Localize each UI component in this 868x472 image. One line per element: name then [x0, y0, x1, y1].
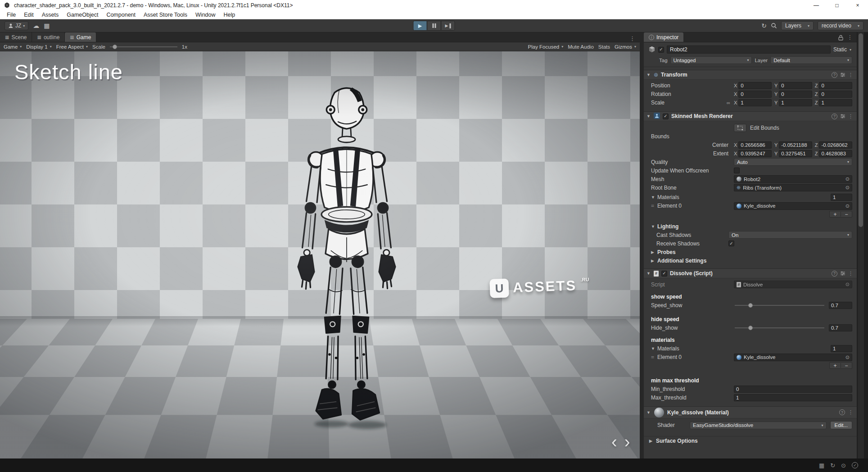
drag-handle-icon[interactable]: =	[651, 203, 657, 209]
rotation-z-field[interactable]: 0	[819, 91, 852, 98]
step-button[interactable]: ▶	[441, 21, 455, 31]
next-arrow-button[interactable]: ›	[624, 433, 630, 450]
extent-z-field[interactable]: 0.4628083	[819, 150, 852, 157]
object-picker-icon[interactable]: ⊙	[845, 176, 850, 182]
help-icon[interactable]: ?	[839, 409, 845, 415]
rotation-y-field[interactable]: 0	[779, 91, 812, 98]
object-picker-icon[interactable]: ⊙	[845, 185, 850, 191]
maximize-button[interactable]: □	[827, 0, 847, 10]
lock-icon[interactable]	[838, 35, 843, 41]
static-dropdown[interactable]: Static	[833, 46, 852, 53]
pause-button[interactable]	[427, 21, 441, 31]
scrollbar-thumb[interactable]	[859, 33, 863, 227]
quality-dropdown[interactable]: Auto	[734, 158, 852, 166]
update-offscreen-checkbox[interactable]	[734, 168, 740, 173]
slider-thumb[interactable]	[748, 326, 753, 330]
foldout-icon[interactable]	[646, 114, 651, 118]
preset-icon[interactable]	[840, 114, 845, 118]
preset-icon[interactable]	[840, 271, 845, 276]
rotation-x-field[interactable]: 0	[738, 91, 772, 98]
foldout-icon[interactable]	[646, 73, 651, 77]
slider-thumb[interactable]	[748, 303, 753, 308]
kebab-icon[interactable]: ⋮	[848, 72, 853, 78]
position-y-field[interactable]: 0	[779, 82, 812, 89]
menu-window[interactable]: Window	[191, 10, 219, 19]
services-grid-icon[interactable]: ▦	[44, 22, 50, 29]
object-picker-icon[interactable]: ⊙	[845, 354, 850, 360]
close-button[interactable]: ×	[847, 0, 868, 10]
scale-slider-thumb[interactable]	[113, 45, 117, 49]
remove-element-button[interactable]: −	[841, 212, 852, 217]
pane-menu-icon[interactable]: ⋮	[625, 35, 640, 42]
object-picker-icon[interactable]: ⊙	[845, 281, 850, 287]
menu-asset-store-tools[interactable]: Asset Store Tools	[140, 10, 191, 19]
cloud-icon[interactable]: ☁	[33, 22, 39, 29]
tab-game[interactable]: ▦Game	[65, 32, 96, 42]
game-render-surface[interactable]: Sketch line U ASSETS .RU ‹ ›	[0, 51, 640, 458]
transform-header[interactable]: ⊕ Transform ? ⋮	[644, 70, 857, 80]
search-icon[interactable]	[771, 23, 777, 29]
extent-y-field[interactable]: 0.3275451	[779, 150, 812, 157]
inspector-scrollbar[interactable]	[858, 32, 864, 458]
tab-outline[interactable]: ▦outline	[32, 32, 65, 42]
help-icon[interactable]: ?	[832, 113, 837, 119]
skinned-mesh-renderer-header[interactable]: Skinned Mesh Renderer ? ⋮	[644, 111, 857, 121]
material-header[interactable]: Kyle_dissolve (Material) ? ⋮	[644, 406, 857, 418]
center-z-field[interactable]: -0.0268062	[819, 141, 852, 149]
menu-edit[interactable]: Edit	[20, 10, 38, 19]
aspect-dropdown[interactable]: Free Aspect	[56, 44, 88, 50]
component-enabled-checkbox[interactable]	[663, 113, 669, 119]
extent-x-field[interactable]: 0.9395247	[738, 150, 772, 157]
cast-shadows-dropdown[interactable]: On	[728, 231, 852, 239]
kebab-icon[interactable]: ⋮	[848, 113, 853, 119]
play-focused-dropdown[interactable]: Play Focused	[528, 44, 564, 50]
gizmos-dropdown[interactable]: Gizmos	[615, 44, 636, 50]
mesh-object-field[interactable]: Robot2 ⊙	[734, 175, 852, 183]
dissolve-script-header[interactable]: # Dissolve (Script) ? ⋮	[644, 268, 857, 278]
kebab-icon[interactable]: ⋮	[848, 409, 853, 415]
link-scale-icon[interactable]: ∞	[727, 100, 734, 105]
prev-arrow-button[interactable]: ‹	[611, 433, 617, 450]
help-icon[interactable]: ?	[832, 271, 837, 277]
layers-dropdown[interactable]: Layers	[781, 21, 814, 30]
shader-edit-button[interactable]: Edit...	[830, 421, 852, 429]
services-icon[interactable]: ▦	[819, 462, 824, 469]
additional-settings-foldout[interactable]: Additional Settings	[644, 256, 857, 265]
minimize-button[interactable]: —	[806, 0, 827, 10]
menu-assets[interactable]: Assets	[38, 10, 63, 19]
materials-size-field[interactable]: 1	[831, 194, 852, 201]
history-icon[interactable]: ↻	[761, 22, 767, 29]
tab-scene[interactable]: ▦Scene	[0, 32, 32, 42]
preset-icon[interactable]	[840, 73, 845, 77]
status-ok-icon[interactable]: ✓	[852, 462, 858, 468]
hide-show-slider[interactable]	[734, 324, 825, 331]
receive-shadows-checkbox[interactable]	[728, 241, 734, 246]
menu-gameobject[interactable]: GameObject	[63, 10, 102, 19]
center-y-field[interactable]: -0.0521188	[779, 141, 812, 149]
tag-dropdown[interactable]: Untagged	[670, 56, 752, 64]
scale-slider[interactable]	[110, 44, 177, 50]
layer-dropdown[interactable]: Default	[770, 56, 852, 64]
component-enabled-checkbox[interactable]	[661, 271, 667, 277]
foldout-icon[interactable]	[646, 271, 651, 276]
object-picker-icon[interactable]: ⊙	[845, 203, 850, 209]
menu-file[interactable]: File	[3, 10, 20, 19]
speed-show-field[interactable]: 0.7	[829, 302, 852, 309]
drag-handle-icon[interactable]: =	[651, 354, 657, 360]
scale-y-field[interactable]: 1	[779, 99, 812, 106]
play-button[interactable]: ▶	[413, 21, 427, 31]
game-mode-dropdown[interactable]: Game	[4, 44, 22, 50]
material-object-field[interactable]: Kyle_dissolve ⊙	[734, 202, 852, 210]
hide-show-field[interactable]: 0.7	[829, 324, 852, 331]
position-x-field[interactable]: 0	[738, 82, 772, 89]
position-z-field[interactable]: 0	[819, 82, 852, 89]
center-x-field[interactable]: 0.2656586	[738, 141, 772, 149]
surface-options-foldout[interactable]: Surface Options	[644, 436, 857, 445]
smr-materials-foldout[interactable]: Materials 1	[644, 193, 857, 201]
active-checkbox[interactable]	[658, 47, 664, 53]
activity-refresh-icon[interactable]: ↻	[830, 462, 835, 469]
mute-audio-toggle[interactable]: Mute Audio	[568, 44, 594, 50]
pane-splitter[interactable]	[640, 32, 644, 458]
menu-help[interactable]: Help	[220, 10, 240, 19]
material-object-field[interactable]: Kyle_dissolve ⊙	[734, 354, 852, 361]
